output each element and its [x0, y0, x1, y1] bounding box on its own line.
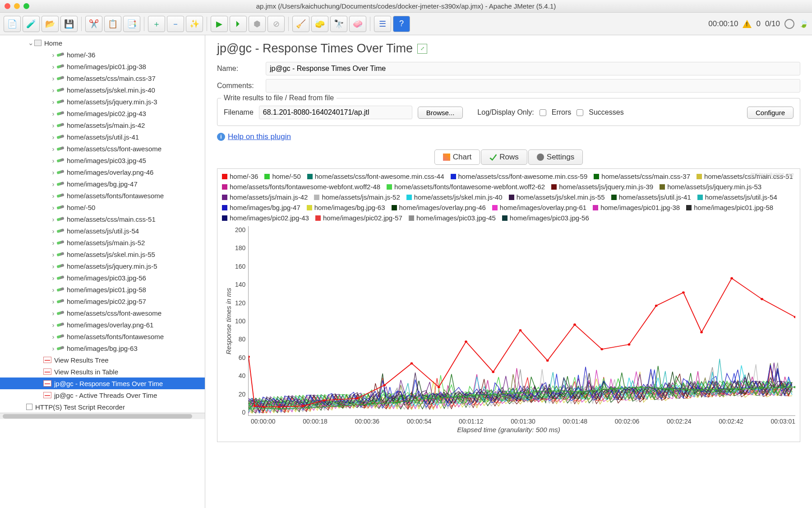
tree-sampler-item[interactable]: ›home/-50: [0, 201, 205, 213]
legend-item[interactable]: home/images/overlay.png-61: [492, 204, 586, 211]
reset-search-button[interactable]: 🧼: [349, 16, 366, 32]
legend-item[interactable]: home/assets/js/util.js-41: [611, 193, 691, 201]
tree-sampler-item[interactable]: ›home/assets/css/main.css-37: [0, 72, 205, 84]
legend-item[interactable]: home/assets/css/font-awesome.min.css-44: [307, 172, 444, 180]
maximize-window-icon[interactable]: [23, 3, 29, 9]
tree-sampler-item[interactable]: ›home/assets/js/skel.min.js-40: [0, 84, 205, 96]
expand-icon[interactable]: ›: [50, 180, 57, 188]
add-button[interactable]: ＋: [148, 16, 165, 32]
shutdown-button[interactable]: ⊘: [268, 16, 285, 32]
tree-sampler-item[interactable]: ›home/assets/css/font-awesome: [0, 143, 205, 154]
legend-item[interactable]: home/images/pic02.jpg-43: [222, 214, 309, 222]
clear-button[interactable]: 🧹: [292, 16, 309, 32]
legend-item[interactable]: home/images/pic02.jpg-57: [315, 214, 402, 222]
legend-item[interactable]: home/images/bg.jpg-47: [222, 204, 300, 211]
save-button[interactable]: 💾: [60, 16, 78, 32]
sidebar-scrollbar[interactable]: [0, 413, 205, 419]
tree-sampler-item[interactable]: ›home/assets/js/util.js-41: [0, 131, 205, 143]
expand-icon[interactable]: ›: [50, 133, 57, 141]
chart-plot[interactable]: [248, 226, 795, 416]
legend-item[interactable]: home/assets/js/util.js-54: [697, 193, 777, 201]
wand-button[interactable]: ✨: [186, 16, 203, 32]
tree-sampler-item[interactable]: ›home/images/bg.jpg-63: [0, 342, 205, 354]
tab-chart[interactable]: Chart: [434, 149, 480, 165]
legend-item[interactable]: home/assets/css/font-awesome.min.css-59: [451, 172, 588, 180]
expand-icon[interactable]: ›: [50, 321, 57, 329]
tree-listener-item[interactable]: jp@gc - Response Times Over Time: [0, 378, 205, 389]
tree-sampler-item[interactable]: ›home/assets/js/jquery.min.js-3: [0, 96, 205, 107]
tree-listener-item[interactable]: View Results Tree: [0, 354, 205, 366]
tree-recorder[interactable]: HTTP(S) Test Script Recorder: [0, 401, 205, 413]
tree-listener-item[interactable]: jp@gc - Active Threads Over Time: [0, 389, 205, 401]
expand-icon[interactable]: ›: [50, 75, 57, 82]
legend-item[interactable]: home/assets/js/main.js-42: [222, 193, 308, 201]
legend-item[interactable]: home/assets/js/jquery.min.js-39: [551, 183, 653, 191]
tree-sampler-item[interactable]: ›home/images/pic01.jpg-58: [0, 284, 205, 295]
tree-sampler-item[interactable]: ›home/assets/css/font-awesome: [0, 307, 205, 319]
tab-rows[interactable]: Rows: [481, 149, 527, 165]
tree-sampler-item[interactable]: ›home/assets/css/main.css-51: [0, 213, 205, 225]
leaf-icon[interactable]: 🍃: [799, 19, 808, 28]
clear-all-button[interactable]: 🧽: [311, 16, 328, 32]
tree-sampler-item[interactable]: ›home/images/overlay.png-61: [0, 319, 205, 331]
expand-icon[interactable]: ›: [50, 215, 57, 223]
tree-sampler-item[interactable]: ›home/assets/js/main.js-52: [0, 237, 205, 248]
paste-button[interactable]: 📑: [123, 16, 140, 32]
legend-item[interactable]: home/images/pic01.jpg-58: [686, 204, 773, 211]
help-link[interactable]: Help on this plugin: [228, 132, 291, 141]
tree-sampler-item[interactable]: ›home/images/overlay.png-46: [0, 166, 205, 178]
search-button[interactable]: 🔭: [330, 16, 347, 32]
help-button[interactable]: ?: [393, 16, 410, 32]
legend-item[interactable]: home/assets/js/skel.min.js-55: [509, 193, 605, 201]
filename-field[interactable]: [259, 106, 412, 119]
expand-icon[interactable]: ›: [50, 168, 57, 176]
expand-icon[interactable]: ›: [50, 309, 57, 317]
warning-icon[interactable]: [743, 20, 752, 28]
expand-icon[interactable]: ›: [50, 345, 57, 352]
expand-icon[interactable]: ›: [50, 51, 57, 59]
expand-icon[interactable]: ›: [50, 192, 57, 200]
copy-button[interactable]: 📋: [104, 16, 121, 32]
remove-button[interactable]: －: [167, 16, 184, 32]
tree-sampler-item[interactable]: ›home/assets/js/jquery.min.js-5: [0, 260, 205, 272]
expand-icon[interactable]: ›: [50, 204, 57, 211]
minimize-window-icon[interactable]: [14, 3, 20, 9]
expand-icon[interactable]: ›: [50, 274, 57, 282]
errors-checkbox[interactable]: [540, 109, 546, 116]
start-no-pause-button[interactable]: ⏵: [230, 16, 247, 32]
close-window-icon[interactable]: [5, 3, 10, 9]
tab-settings[interactable]: Settings: [528, 149, 583, 165]
expand-icon[interactable]: ›: [50, 251, 57, 258]
legend-item[interactable]: home/assets/css/main.css-37: [594, 172, 690, 180]
tree-sampler-item[interactable]: ›home/images/bg.jpg-47: [0, 178, 205, 190]
legend-item[interactable]: home/images/overlay.png-46: [392, 204, 486, 211]
legend-item[interactable]: home/images/pic03.jpg-45: [409, 214, 496, 222]
legend-item[interactable]: home/images/pic01.jpg-38: [593, 204, 680, 211]
legend-item[interactable]: home/assets/fonts/fontawesome-webfont.wo…: [387, 183, 545, 191]
globe-icon[interactable]: [784, 19, 794, 29]
expand-icon[interactable]: ›: [50, 86, 57, 94]
legend-item[interactable]: home/images/pic03.jpg-56: [502, 214, 589, 222]
expand-icon[interactable]: ›: [50, 333, 57, 340]
successes-checkbox[interactable]: [577, 109, 583, 116]
stop-button[interactable]: ⬢: [249, 16, 266, 32]
tree-sampler-item[interactable]: ›home/assets/js/main.js-42: [0, 119, 205, 131]
expand-icon[interactable]: ›: [50, 227, 57, 235]
tree-sampler-item[interactable]: ›home/assets/js/skel.min.js-55: [0, 248, 205, 260]
legend-item[interactable]: home/images/bg.jpg-63: [307, 204, 385, 211]
open-button[interactable]: 📂: [42, 16, 59, 32]
legend-item[interactable]: home/-50: [264, 172, 300, 180]
name-field[interactable]: [266, 62, 800, 75]
expand-icon[interactable]: ›: [50, 98, 57, 106]
legend-item[interactable]: home/assets/js/main.js-52: [314, 193, 400, 201]
start-button[interactable]: ▶: [211, 16, 228, 32]
expand-icon[interactable]: ⤢: [417, 44, 427, 54]
expand-icon[interactable]: ›: [50, 286, 57, 294]
tree-sampler-item[interactable]: ›home/assets/fonts/fontawesome: [0, 190, 205, 201]
tree-sampler-item[interactable]: ›home/images/pic02.jpg-57: [0, 295, 205, 307]
tree-root-home[interactable]: ⌄ Home: [0, 37, 205, 49]
legend-item[interactable]: home/assets/js/jquery.min.js-53: [660, 183, 761, 191]
function-helper-button[interactable]: ☰: [374, 16, 391, 32]
tree-sampler-item[interactable]: ›home/-36: [0, 49, 205, 61]
expand-icon[interactable]: ›: [50, 157, 57, 164]
